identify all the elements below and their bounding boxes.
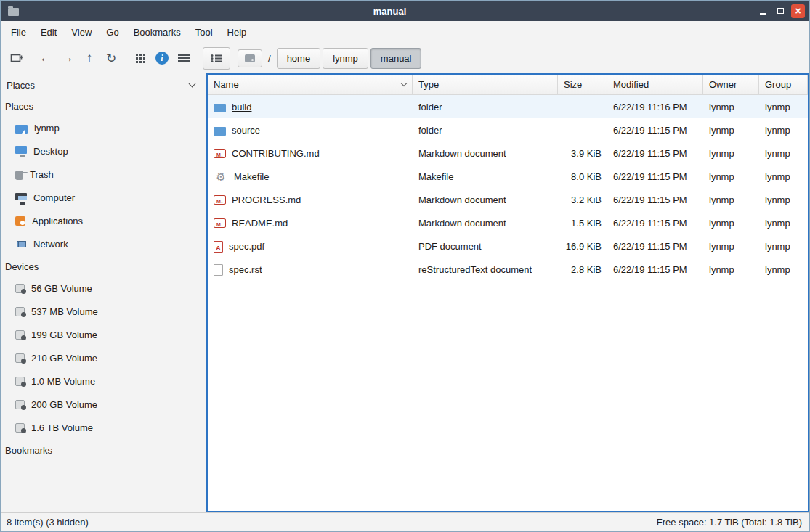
drive-icon: [245, 54, 255, 62]
sidebar-item-210-gb-volume[interactable]: 210 GB Volume: [1, 346, 206, 369]
file-size: 8.0 KiB: [558, 171, 607, 182]
path-root-slash[interactable]: /: [264, 53, 275, 64]
file-name-cell: build: [208, 95, 413, 118]
column-header-group[interactable]: Group: [759, 75, 808, 94]
sidebar-item-537-mb-volume[interactable]: 537 MB Volume: [1, 300, 206, 323]
menu-item-tool[interactable]: Tool: [188, 21, 220, 43]
info-button[interactable]: [152, 47, 172, 69]
up-button[interactable]: ↑: [79, 47, 100, 69]
column-header-modified[interactable]: Modified: [607, 75, 703, 94]
refresh-button[interactable]: ↻: [101, 47, 121, 69]
folder-icon: [214, 104, 226, 112]
close-button[interactable]: ×: [791, 4, 805, 18]
back-button[interactable]: ←: [36, 47, 56, 69]
rst-icon: [214, 264, 223, 276]
info-icon: [155, 52, 169, 65]
sidebar-item-label: 199 GB Volume: [31, 330, 97, 340]
sidebar-item-label: lynmp: [34, 123, 60, 134]
menu-item-view[interactable]: View: [64, 21, 99, 43]
sidebar-item-applications[interactable]: Applications: [1, 209, 206, 232]
column-header-label: Group: [765, 79, 791, 90]
pdf-icon: [214, 241, 223, 253]
file-owner: lynmp: [703, 241, 759, 252]
window-title: manual: [23, 6, 756, 17]
restore-button[interactable]: [774, 4, 787, 18]
menu-item-bookmarks[interactable]: Bookmarks: [126, 21, 188, 43]
file-group: lynmp: [759, 125, 808, 136]
sidebar-item-1-6-tb-volume[interactable]: 1.6 TB Volume: [1, 416, 206, 439]
column-header-name[interactable]: Name: [208, 75, 413, 94]
file-type: folder: [413, 125, 558, 136]
column-header-owner[interactable]: Owner: [703, 75, 759, 94]
sidebar-item-label: Applications: [32, 216, 83, 226]
sidebar-pane-title: Places: [7, 80, 35, 91]
file-modified: 6/22/19 11:15 PM: [607, 218, 703, 229]
menu-item-file[interactable]: File: [4, 21, 33, 43]
file-modified: 6/22/19 11:15 PM: [607, 264, 703, 275]
path-segment-home[interactable]: home: [277, 48, 321, 69]
list-view-icon: [211, 54, 222, 63]
file-name-cell: PROGRESS.md: [208, 188, 413, 211]
file-row-build[interactable]: buildfolder6/22/19 11:16 PMlynmplynmp: [208, 95, 808, 118]
pathbar: / homelynmpmanual: [238, 48, 421, 69]
menu-item-go[interactable]: Go: [99, 21, 126, 43]
column-header-type[interactable]: Type: [413, 75, 558, 94]
minimize-button[interactable]: [756, 4, 770, 18]
sidebar-item-56-gb-volume[interactable]: 56 GB Volume: [1, 277, 206, 300]
file-row-source[interactable]: sourcefolder6/22/19 11:15 PMlynmplynmp: [208, 118, 808, 142]
file-type: Makefile: [413, 171, 558, 182]
file-row-readme-md[interactable]: README.mdMarkdown document1.5 KiB6/22/19…: [208, 211, 808, 234]
column-header-label: Modified: [613, 79, 649, 90]
column-header-size[interactable]: Size: [558, 75, 607, 94]
sidebar-item-199-gb-volume[interactable]: 199 GB Volume: [1, 323, 206, 346]
column-header-label: Size: [564, 79, 582, 90]
sidebar-item-1-0-mb-volume[interactable]: 1.0 MB Volume: [1, 369, 206, 393]
sidebar-item-label: 1.6 TB Volume: [31, 422, 93, 433]
sidebar-item-network[interactable]: Network: [1, 232, 206, 255]
menu-item-help[interactable]: Help: [220, 21, 254, 43]
markdown-icon: [214, 195, 226, 205]
file-owner: lynmp: [703, 264, 759, 275]
file-pane: NameTypeSizeModifiedOwnerGroup buildfold…: [206, 73, 809, 512]
file-row-makefile[interactable]: MakefileMakefile8.0 KiB6/22/19 11:15 PMl…: [208, 165, 808, 188]
applications-icon: [15, 216, 25, 226]
sidebar-item-desktop[interactable]: Desktop: [1, 139, 206, 163]
sidebar-section-devices: Devices: [1, 255, 206, 277]
file-name-cell: spec.pdf: [208, 234, 413, 258]
restore-icon: [777, 8, 784, 14]
file-type: folder: [413, 102, 558, 112]
volume-icon: [15, 284, 25, 293]
volume-icon: [15, 353, 25, 363]
menu-item-edit[interactable]: Edit: [33, 21, 64, 43]
file-row-spec-pdf[interactable]: spec.pdfPDF document16.9 KiB6/22/19 11:1…: [208, 234, 808, 258]
sidebar-pane-selector[interactable]: Places: [1, 73, 206, 95]
sidebar-item-trash[interactable]: Trash: [1, 163, 206, 186]
path-segment-manual[interactable]: manual: [370, 48, 422, 69]
file-name-cell: CONTRIBUTING.md: [208, 142, 413, 165]
new-tab-button[interactable]: [7, 47, 27, 69]
sidebar-item-computer[interactable]: Computer: [1, 186, 206, 209]
file-name: README.md: [232, 218, 288, 229]
file-size: 2.8 KiB: [558, 264, 607, 275]
icon-view-button[interactable]: [130, 47, 150, 69]
path-root-button[interactable]: [238, 49, 262, 67]
file-row-progress-md[interactable]: PROGRESS.mdMarkdown document3.2 KiB6/22/…: [208, 188, 808, 211]
sidebar-item-200-gb-volume[interactable]: 200 GB Volume: [1, 393, 206, 416]
sidebar-item-lynmp[interactable]: lynmp: [1, 116, 206, 139]
file-type: Markdown document: [413, 148, 558, 159]
markdown-icon: [214, 218, 226, 228]
new-tab-icon: [10, 52, 23, 64]
main-menu-button[interactable]: [174, 47, 194, 69]
file-rows[interactable]: buildfolder6/22/19 11:16 PMlynmplynmpsou…: [208, 95, 808, 511]
trash-icon: [15, 171, 23, 180]
computer-icon: [15, 193, 27, 200]
file-row-contributing-md[interactable]: CONTRIBUTING.mdMarkdown document3.9 KiB6…: [208, 142, 808, 165]
sidebar-item-label: Network: [33, 239, 68, 250]
hamburger-menu-icon: [178, 54, 190, 62]
home-icon: [15, 125, 28, 134]
file-row-spec-rst[interactable]: spec.rstreStructuredText document2.8 KiB…: [208, 258, 808, 281]
file-group: lynmp: [759, 241, 808, 252]
path-segment-lynmp[interactable]: lynmp: [323, 48, 368, 69]
list-view-button[interactable]: [203, 47, 230, 70]
forward-button[interactable]: →: [57, 47, 78, 69]
